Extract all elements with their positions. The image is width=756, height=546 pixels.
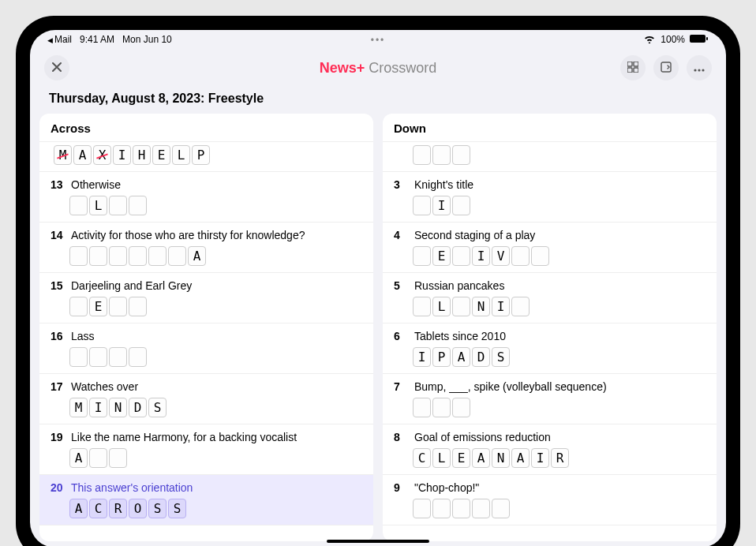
letter-cell[interactable]: L xyxy=(89,196,107,215)
letter-cell[interactable]: A xyxy=(69,499,88,518)
letter-cell[interactable]: L xyxy=(172,145,190,165)
letter-cell[interactable]: A xyxy=(452,347,470,367)
letter-cell[interactable] xyxy=(129,297,147,316)
letter-cell[interactable] xyxy=(432,145,451,165)
letter-cell[interactable] xyxy=(89,448,107,468)
letter-cell[interactable] xyxy=(109,246,127,266)
letter-cell[interactable] xyxy=(129,347,147,367)
letter-cell[interactable]: A xyxy=(511,448,530,468)
letter-cell[interactable]: A xyxy=(188,246,206,266)
letter-cell[interactable] xyxy=(492,499,510,518)
letter-cell[interactable] xyxy=(69,347,88,367)
clue-item[interactable]: 6Tablets since 2010IPADS xyxy=(383,323,717,374)
clue-item[interactable]: 5Russian pancakesLNI xyxy=(383,273,717,323)
letter-cell[interactable]: R xyxy=(109,499,127,518)
letter-cell[interactable] xyxy=(69,196,88,215)
letter-cell[interactable] xyxy=(413,297,431,316)
letter-cell[interactable] xyxy=(452,499,470,518)
letter-cell[interactable] xyxy=(511,246,530,266)
letter-cell[interactable]: I xyxy=(492,297,510,316)
letter-cell[interactable] xyxy=(452,398,470,417)
letter-cell[interactable]: E xyxy=(89,297,107,316)
letter-cell[interactable]: I xyxy=(531,448,549,468)
clue-item[interactable]: 7Bump, ___, spike (volleyball sequence) xyxy=(383,374,717,424)
expand-button[interactable] xyxy=(653,55,679,80)
letter-cell[interactable]: P xyxy=(192,145,210,165)
letter-cell[interactable]: I xyxy=(472,246,490,266)
letter-cell[interactable] xyxy=(413,196,431,215)
letter-cell[interactable]: E xyxy=(432,246,451,266)
more-button[interactable] xyxy=(687,55,712,80)
letter-cell[interactable] xyxy=(531,246,549,266)
letter-cell[interactable] xyxy=(511,297,530,316)
letter-cell[interactable] xyxy=(109,196,127,215)
letter-cell[interactable] xyxy=(413,398,431,417)
letter-cell[interactable]: L xyxy=(432,448,451,468)
across-clue-list[interactable]: MAXIHELP13OtherwiseL14Activity for those… xyxy=(39,142,373,541)
letter-cell[interactable]: I xyxy=(113,145,131,165)
letter-cell[interactable]: C xyxy=(413,448,431,468)
letter-cell[interactable]: A xyxy=(73,145,92,165)
letter-cell[interactable] xyxy=(472,499,490,518)
letter-cell[interactable]: S xyxy=(148,398,167,417)
letter-cell[interactable]: R xyxy=(551,448,569,468)
letter-cell[interactable]: I xyxy=(89,398,107,417)
letter-cell[interactable] xyxy=(432,398,451,417)
clue-item[interactable]: 14Activity for those who are thirsty for… xyxy=(39,223,373,273)
letter-cell[interactable] xyxy=(109,347,127,367)
clue-item[interactable]: 20This answer's orientationACROSS xyxy=(39,475,373,525)
letter-cell[interactable]: N xyxy=(472,297,490,316)
letter-cell[interactable] xyxy=(129,196,147,215)
letter-cell[interactable] xyxy=(129,246,147,266)
letter-cell[interactable] xyxy=(452,196,470,215)
clue-item[interactable]: 16Lass xyxy=(39,323,373,374)
letter-cell[interactable]: O xyxy=(129,499,147,518)
letter-cell[interactable]: E xyxy=(152,145,170,165)
letter-cell[interactable]: I xyxy=(432,196,451,215)
letter-cell[interactable]: N xyxy=(109,398,127,417)
clue-item[interactable]: 3Knight's titleI xyxy=(383,172,717,223)
clue-item[interactable]: 15Darjeeling and Earl GreyE xyxy=(39,273,373,323)
multitask-dots-icon[interactable]: ••• xyxy=(371,35,386,46)
letter-cell[interactable] xyxy=(89,246,107,266)
letter-cell[interactable]: M xyxy=(54,145,72,165)
letter-cell[interactable]: D xyxy=(472,347,490,367)
letter-cell[interactable]: L xyxy=(432,297,451,316)
letter-cell[interactable] xyxy=(109,448,127,468)
clue-item[interactable]: 4Second staging of a playEIV xyxy=(383,223,717,273)
letter-cell[interactable] xyxy=(109,297,127,316)
letter-cell[interactable]: A xyxy=(69,448,88,468)
letter-cell[interactable] xyxy=(413,499,431,518)
letter-cell[interactable] xyxy=(413,145,431,165)
letter-cell[interactable]: E xyxy=(452,448,470,468)
clue-item[interactable]: 17Watches overMINDS xyxy=(39,374,373,424)
letter-cell[interactable] xyxy=(89,347,107,367)
close-button[interactable] xyxy=(44,55,69,80)
letter-cell[interactable]: S xyxy=(492,347,510,367)
partial-clue-top[interactable] xyxy=(383,142,717,172)
letter-cell[interactable]: A xyxy=(472,448,490,468)
letter-cell[interactable] xyxy=(69,246,88,266)
letter-cell[interactable]: S xyxy=(168,499,186,518)
letter-cell[interactable] xyxy=(168,246,186,266)
down-clue-list[interactable]: 3Knight's titleI4Second staging of a pla… xyxy=(383,142,717,541)
letter-cell[interactable] xyxy=(452,297,470,316)
letter-cell[interactable] xyxy=(452,145,470,165)
letter-cell[interactable]: S xyxy=(148,499,167,518)
clue-item[interactable]: 13OtherwiseL xyxy=(39,172,373,223)
letter-cell[interactable]: N xyxy=(492,448,510,468)
letter-cell[interactable]: P xyxy=(432,347,451,367)
clue-item[interactable]: 9"Chop-chop!" xyxy=(383,475,717,525)
letter-cell[interactable] xyxy=(452,246,470,266)
letter-cell[interactable] xyxy=(148,246,167,266)
home-indicator[interactable] xyxy=(327,540,429,543)
clue-item[interactable]: MAXIHELP xyxy=(39,142,373,172)
letter-cell[interactable]: I xyxy=(413,347,431,367)
letter-cell[interactable]: X xyxy=(93,145,111,165)
letter-cell[interactable] xyxy=(69,297,88,316)
clue-item[interactable]: 19Like the name Harmony, for a backing v… xyxy=(39,424,373,475)
letter-cell[interactable]: D xyxy=(129,398,147,417)
letter-cell[interactable]: C xyxy=(89,499,107,518)
letter-cell[interactable] xyxy=(432,499,451,518)
grid-view-button[interactable] xyxy=(620,55,646,80)
